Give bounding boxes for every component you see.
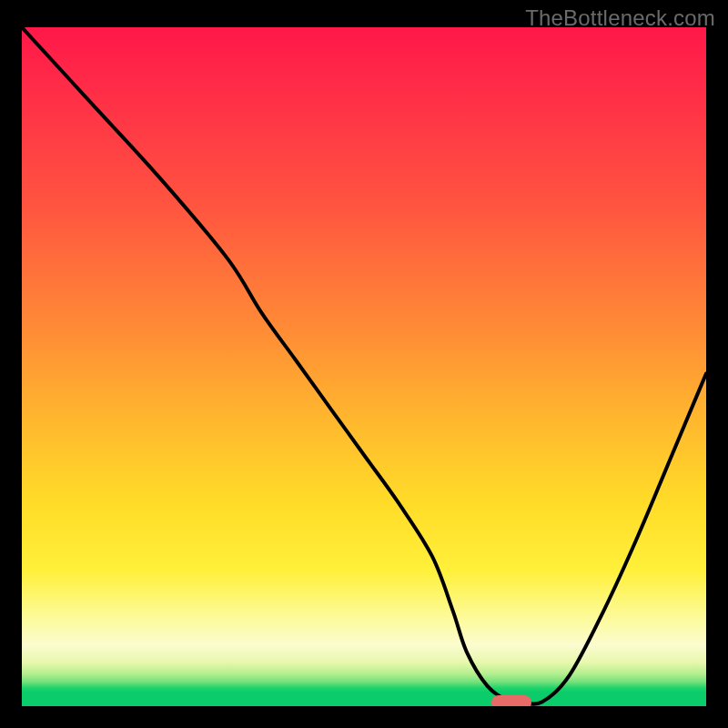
chart-frame: TheBottleneck.com bbox=[0, 0, 728, 728]
plot-area bbox=[22, 27, 706, 706]
bottleneck-curve bbox=[22, 27, 706, 706]
valley-marker bbox=[491, 695, 531, 706]
curve-path bbox=[22, 27, 706, 704]
